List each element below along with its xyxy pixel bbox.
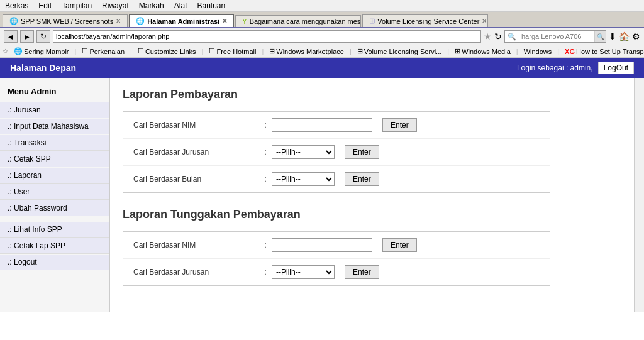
bookmark-sering-mampir-icon: 🌐	[14, 47, 23, 55]
tunggakan-nim-label: Cari Berdasar NIM	[133, 241, 259, 250]
menu-alat[interactable]: Alat	[174, 1, 187, 10]
bookmark-howto-label: How to Set Up Transp...	[576, 48, 644, 55]
tab-4[interactable]: ⊞ Volume Licensing Service Center ✕	[362, 14, 488, 27]
main-content: Laporan Pembayaran Cari Berdasar NIM : E…	[110, 78, 634, 312]
bookmark-customize-label: Customize Links	[145, 48, 196, 55]
bookmark-windows-media[interactable]: ⊞ Windows Media	[453, 47, 513, 56]
sidebar-item-ubah-password[interactable]: .: Ubah Password	[0, 200, 109, 216]
bookmark-sering-mampir-label: Sering Mampir	[24, 48, 69, 55]
tunggakan-jurusan-select[interactable]: --Pilih--	[272, 265, 335, 279]
menu-bantuan[interactable]: Bantuan	[197, 1, 225, 10]
menu-bar: Berkas Edit Tampilan Riwayat Markah Alat…	[0, 0, 644, 12]
bookmark-perkenalan-label: Perkenalan	[89, 48, 125, 55]
tab-1[interactable]: 🌐 SPP SMK WEB / Screenshots ✕	[3, 14, 128, 27]
sidebar-item-cetak-lap[interactable]: .: Cetak Lap SPP	[0, 238, 109, 254]
menu-tampilan[interactable]: Tampilan	[62, 1, 92, 10]
bookmark-howto-icon: XG	[565, 48, 575, 55]
tab-4-icon: ⊞	[369, 17, 375, 25]
laporan-nim-input[interactable]	[272, 118, 372, 132]
laporan-tunggakan-form: Cari Berdasar NIM : Enter Cari Berdasar …	[123, 231, 550, 286]
menu-markah[interactable]: Markah	[139, 1, 164, 10]
address-bar: ◀ ▶ ↻ ★ ↻ 🔍 🔍 ⬇ 🏠 ⚙	[0, 28, 644, 45]
refresh-button[interactable]: ↻	[36, 30, 50, 43]
tab-3-label: Bagaimana cara menggunakan mesin cuci...	[250, 18, 362, 25]
sidebar: Menu Admin .: Jurusan .: Input Data Maha…	[0, 78, 110, 312]
logout-button[interactable]: LogOut	[598, 62, 634, 74]
sidebar-item-input-data[interactable]: .: Input Data Mahasiswa	[0, 119, 109, 134]
bookmark-customize[interactable]: ☐ Customize Links	[136, 47, 198, 56]
bookmark-windows[interactable]: Windows	[522, 47, 554, 56]
bookmark-hotmail-icon: ☐	[209, 47, 215, 55]
app-header: Halaman Depan Login sebagai : admin, Log…	[0, 58, 644, 78]
tunggakan-nim-row: Cari Berdasar NIM : Enter	[123, 232, 550, 259]
tab-1-close[interactable]: ✕	[116, 18, 121, 25]
download-icon[interactable]: ⬇	[609, 31, 616, 41]
laporan-nim-label: Cari Berdasar NIM	[133, 121, 259, 129]
bookmark-perkenalan-icon: ☐	[82, 47, 88, 55]
laporan-nim-enter[interactable]: Enter	[382, 118, 417, 132]
bookmark-marketplace[interactable]: ⊞ Windows Marketplace	[267, 47, 346, 56]
tunggakan-jurusan-enter[interactable]: Enter	[345, 265, 379, 279]
tab-1-label: SPP SMK WEB / Screenshots	[21, 18, 113, 25]
laporan-bulan-row: Cari Berdasar Bulan : --Pilih-- Enter	[123, 166, 550, 192]
bookmarks-bar: ☆ 🌐 Sering Mampir | ☐ Perkenalan | ☐ Cus…	[0, 45, 644, 58]
bookmark-perkenalan[interactable]: ☐ Perkenalan	[80, 47, 126, 56]
star-icon[interactable]: ★	[484, 31, 492, 41]
search-submit-icon[interactable]: 🔍	[594, 31, 606, 42]
sidebar-item-transaksi[interactable]: .: Transaksi	[0, 135, 109, 151]
address-input[interactable]	[53, 30, 481, 43]
tools-icon[interactable]: ⚙	[632, 31, 640, 41]
bookmark-marketplace-icon: ⊞	[269, 47, 275, 55]
refresh-icon[interactable]: ↻	[494, 31, 502, 41]
bookmarks-label: ☆	[3, 48, 8, 55]
bookmark-windows-media-label: Windows Media	[462, 48, 511, 55]
menu-berkas[interactable]: Berkas	[5, 1, 28, 10]
bookmark-hotmail[interactable]: ☐ Free Hotmail	[207, 47, 258, 56]
laporan-pembayaran-title: Laporan Pembayaran	[123, 88, 621, 101]
login-text: Login sebagai : admin,	[517, 63, 593, 72]
bookmark-windows-label: Windows	[524, 48, 552, 55]
tab-3[interactable]: Y Bagaimana cara menggunakan mesin cuci.…	[235, 15, 361, 27]
bookmark-volume-label: Volume Licensing Servi...	[364, 48, 442, 55]
sidebar-item-cetak-spp[interactable]: .: Cetak SPP	[0, 151, 109, 167]
laporan-pembayaran-form: Cari Berdasar NIM : Enter Cari Berdasar …	[123, 111, 550, 193]
search-box: 🔍 🔍	[504, 30, 606, 43]
tab-2[interactable]: 🌐 Halaman Administrasi ✕	[129, 14, 234, 27]
laporan-jurusan-label: Cari Berdasar Jurusan	[133, 148, 259, 156]
sidebar-item-laporan[interactable]: .: Laporan	[0, 168, 109, 184]
sidebar-item-jurusan[interactable]: .: Jurusan	[0, 102, 109, 118]
tab-4-close[interactable]: ✕	[482, 18, 487, 25]
tunggakan-nim-input[interactable]	[272, 238, 372, 252]
sidebar-item-logout[interactable]: .: Logout	[0, 255, 109, 270]
tunggakan-jurusan-row: Cari Berdasar Jurusan : --Pilih-- Enter	[123, 259, 550, 285]
menu-riwayat[interactable]: Riwayat	[102, 1, 129, 10]
forward-button[interactable]: ▶	[20, 30, 34, 43]
laporan-jurusan-enter[interactable]: Enter	[345, 145, 379, 159]
bookmark-sering-mampir[interactable]: 🌐 Sering Mampir	[12, 47, 71, 56]
login-section: Login sebagai : admin, LogOut	[517, 62, 634, 74]
home-icon[interactable]: 🏠	[619, 31, 630, 41]
bookmark-volume-icon: ⊞	[357, 47, 363, 55]
scrollbar[interactable]	[634, 78, 644, 312]
menu-edit[interactable]: Edit	[38, 1, 52, 10]
bookmark-windows-media-icon: ⊞	[455, 47, 460, 55]
tab-3-icon: Y	[242, 18, 247, 25]
tunggakan-nim-enter[interactable]: Enter	[382, 238, 417, 252]
laporan-tunggakan-title: Laporan Tunggakan Pembayaran	[123, 208, 621, 221]
bookmark-customize-icon: ☐	[138, 47, 144, 55]
back-button[interactable]: ◀	[4, 30, 18, 43]
search-input[interactable]	[519, 31, 594, 42]
bookmark-volume[interactable]: ⊞ Volume Licensing Servi...	[355, 47, 444, 56]
tab-2-icon: 🌐	[136, 17, 145, 25]
tab-2-close[interactable]: ✕	[222, 18, 227, 25]
sidebar-divider	[0, 217, 109, 222]
bookmark-hotmail-label: Free Hotmail	[216, 48, 256, 55]
sidebar-item-user[interactable]: .: User	[0, 184, 109, 200]
laporan-bulan-label: Cari Berdasar Bulan	[133, 175, 259, 184]
sidebar-item-lihat-info[interactable]: .: Lihat Info SPP	[0, 222, 109, 238]
laporan-nim-row: Cari Berdasar NIM : Enter	[123, 112, 550, 139]
laporan-bulan-enter[interactable]: Enter	[345, 172, 379, 186]
laporan-bulan-select[interactable]: --Pilih--	[272, 172, 335, 186]
laporan-jurusan-select[interactable]: --Pilih--	[272, 145, 335, 159]
bookmark-howto[interactable]: XG How to Set Up Transp...	[563, 47, 644, 56]
